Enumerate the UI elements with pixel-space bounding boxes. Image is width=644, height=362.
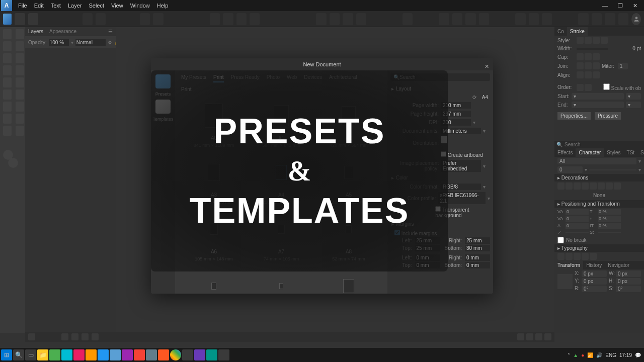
tray-up-icon[interactable]: ˄ [568, 352, 570, 358]
stroke-style-solid[interactable] [585, 37, 592, 44]
menu-layer[interactable]: Layer [68, 3, 82, 9]
toolbar-button[interactable] [236, 13, 247, 25]
include-margins-checkbox[interactable]: Include margins [390, 230, 437, 236]
color-profile-select[interactable]: sRGB IEC61966-2.1 [438, 192, 486, 204]
properties-button[interactable]: Properties... [557, 112, 591, 120]
toolbar-button[interactable] [578, 13, 588, 25]
pan-tool[interactable] [16, 114, 24, 124]
preset-item[interactable]: A3297 mm × 420 mm [185, 155, 243, 205]
preset-item[interactable]: A6105 mm × 148 mm [185, 212, 243, 261]
tab-stroke[interactable]: Stroke [567, 27, 588, 36]
taskbar-app-icon[interactable] [98, 349, 109, 360]
preset-item[interactable]: A2420 mm × 594 mm [320, 98, 377, 148]
order-behind[interactable] [577, 84, 584, 91]
search-button[interactable]: 🔍 [13, 349, 24, 360]
taskbar-app-icon[interactable] [146, 349, 157, 360]
toolbar-button[interactable] [15, 13, 25, 25]
no-break-checkbox[interactable] [557, 237, 564, 243]
transform-h[interactable]: 0 px [616, 278, 641, 285]
tab-character[interactable]: Character [576, 148, 604, 157]
deco-5[interactable] [590, 183, 597, 190]
tab-devices[interactable]: Devices [304, 74, 322, 82]
bleed-top-input[interactable]: 0 mm [415, 262, 440, 268]
toolbar-button[interactable] [140, 13, 150, 25]
page-width-input[interactable]: 210 mm [441, 102, 471, 109]
color-section-header[interactable]: ▸ Color [390, 173, 490, 183]
dpi-input[interactable]: 300 [441, 119, 471, 126]
wifi-icon[interactable]: 📶 [587, 352, 593, 358]
start-button[interactable]: ⊞ [1, 349, 12, 360]
join-round[interactable] [585, 62, 592, 69]
task-view-button[interactable]: ▭ [25, 349, 36, 360]
join-miter[interactable] [577, 62, 584, 69]
transform-x[interactable]: 0 px [582, 270, 607, 277]
margins-section-header[interactable]: ▸ Margins [390, 219, 490, 229]
toolbar-button[interactable] [153, 13, 163, 25]
toolbar-button[interactable] [618, 13, 628, 25]
end-arrow[interactable]: ▾ [572, 102, 624, 108]
taskbar-app-icon[interactable] [49, 349, 60, 360]
blend-mode-select[interactable] [75, 39, 106, 46]
tab-history[interactable]: History [583, 261, 605, 269]
toolbar-button[interactable] [605, 13, 615, 25]
text-tool[interactable] [16, 77, 24, 87]
transform-w[interactable]: 0 px [616, 270, 641, 277]
margin-top-input[interactable]: 25 mm [415, 245, 440, 251]
preset-item[interactable]: A852 mm × 74 mm [320, 212, 377, 261]
join-bevel[interactable] [593, 62, 600, 69]
taskbar-app-icon[interactable] [194, 349, 205, 360]
menu-edit[interactable]: Edit [34, 3, 44, 9]
toolbar-button[interactable] [479, 13, 489, 25]
pen-tool[interactable] [3, 53, 12, 63]
toolbar-button[interactable] [210, 13, 220, 25]
minimize-button[interactable]: — [601, 3, 609, 9]
presets-mode-icon[interactable] [155, 74, 171, 88]
scale-with-object[interactable]: Scale with ob [603, 83, 641, 91]
toolbar-button[interactable] [96, 13, 106, 25]
panel-menu-icon[interactable]: ☰ [108, 29, 113, 34]
tab-my-presets[interactable]: My Presets [181, 74, 206, 82]
toolbar-button[interactable] [592, 13, 602, 25]
account-icon[interactable] [631, 13, 641, 25]
tab-tst[interactable]: TSt [624, 148, 638, 157]
tab-appearance[interactable]: Appearance [49, 29, 76, 34]
orientation-portrait[interactable] [441, 136, 447, 143]
shape-tool[interactable] [3, 77, 12, 87]
fill-tool[interactable] [16, 65, 24, 75]
toolbar-button[interactable] [515, 13, 525, 25]
underline[interactable] [557, 183, 565, 190]
margin-right-input[interactable]: 25 mm [465, 237, 490, 244]
start-arrow[interactable]: ▾ [572, 93, 624, 100]
scale-input[interactable] [598, 232, 621, 233]
baseline-input[interactable]: 0 % [598, 216, 621, 222]
persona-icon[interactable] [3, 14, 12, 25]
tab-stock[interactable]: Stock [637, 148, 644, 157]
deco-7[interactable] [606, 183, 613, 190]
transform-s[interactable]: 0° [616, 286, 641, 292]
menu-select[interactable]: Select [89, 3, 104, 9]
close-button[interactable]: ✕ [631, 3, 639, 9]
preset-item[interactable]: A5148 mm × 210 mm [320, 155, 377, 205]
taskbar-app-icon[interactable] [158, 349, 169, 360]
toolbar-button[interactable] [452, 13, 462, 25]
toolbar-button[interactable] [28, 13, 38, 25]
file-explorer-icon[interactable]: 📁 [37, 349, 48, 360]
move-tool[interactable] [3, 29, 12, 39]
toolbar-button[interactable] [529, 13, 539, 25]
transform-r[interactable]: 0° [582, 286, 607, 292]
overline[interactable] [574, 183, 581, 190]
tab-architectural[interactable]: Architectural [329, 74, 357, 82]
gear-icon[interactable]: ⚙ [108, 40, 112, 45]
tab-print[interactable]: Print [213, 74, 224, 82]
toolbar-button[interactable] [83, 13, 93, 25]
tab-press-ready[interactable]: Press Ready [231, 74, 260, 82]
preset-item[interactable]: A10 [253, 268, 310, 294]
menu-text[interactable]: Text [51, 3, 61, 9]
toolbar-button[interactable] [439, 13, 449, 25]
brush-tool[interactable] [3, 65, 12, 75]
taskbar-app-icon[interactable] [206, 349, 217, 360]
preset-item[interactable]: Letter [320, 268, 377, 294]
orientation-landscape[interactable] [441, 143, 448, 149]
pencil-tool[interactable] [16, 53, 24, 63]
deco-6[interactable] [598, 183, 605, 190]
